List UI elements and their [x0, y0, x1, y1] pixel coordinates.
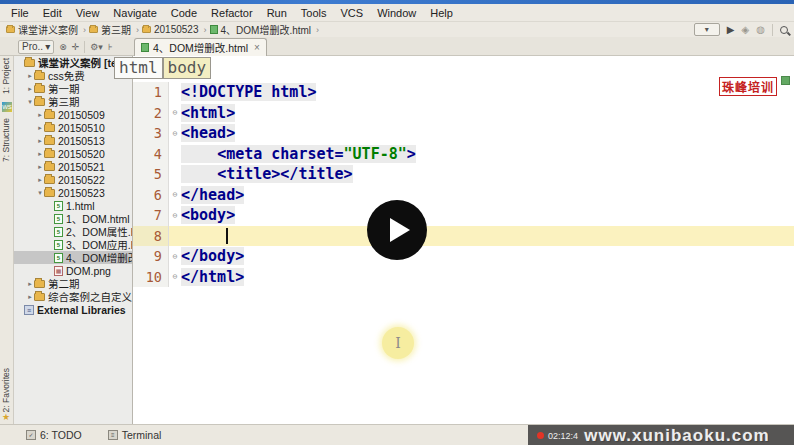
- code-line[interactable]: 2⊖<html>: [133, 103, 794, 124]
- code-line[interactable]: 6⊖</head>: [133, 185, 794, 206]
- code-token: "UTF-8": [344, 145, 407, 163]
- collapse-all-icon[interactable]: ⊗: [59, 42, 67, 52]
- line-number: 1: [133, 82, 169, 103]
- sidebar-item-project[interactable]: 1: Project: [1, 58, 11, 94]
- tree-row[interactable]: ▸20150509: [14, 108, 132, 121]
- todo-toolwindow-button[interactable]: ✓ 6: TODO: [26, 429, 82, 441]
- breadcrumb-item[interactable]: 20150523: [142, 24, 199, 35]
- webstorm-logo: WS: [2, 102, 12, 112]
- code-line[interactable]: 1<!DOCTYPE html>: [133, 82, 794, 103]
- tree-arrow-icon[interactable]: ▸: [26, 280, 34, 288]
- menu-item-file[interactable]: File: [4, 6, 36, 20]
- menu-item-help[interactable]: Help: [423, 6, 460, 20]
- folder-icon: [44, 189, 55, 197]
- tree-arrow-icon[interactable]: ▾: [36, 189, 44, 197]
- gear-icon[interactable]: ⚙▾: [90, 42, 103, 52]
- record-dot-icon: [537, 432, 544, 439]
- line-number: 6: [133, 185, 169, 206]
- fold-marker-icon[interactable]: ⊖: [169, 272, 181, 281]
- tree-row[interactable]: ▸20150510: [14, 121, 132, 134]
- menu-item-edit[interactable]: Edit: [36, 6, 69, 20]
- menu-item-refactor[interactable]: Refactor: [204, 6, 260, 20]
- toolbar-divider: [772, 24, 773, 36]
- menu-item-window[interactable]: Window: [370, 6, 423, 20]
- tree-row-label: 4、DOM增删改.: [66, 250, 133, 265]
- menu-item-code[interactable]: Code: [164, 6, 204, 20]
- editor-pane[interactable]: htmlbody 珠峰培训 1<!DOCTYPE html>2⊖<html>3⊖…: [133, 56, 794, 424]
- tree-row[interactable]: ▸20150520: [14, 147, 132, 160]
- text-caret: [226, 228, 228, 244]
- tag-path-item[interactable]: body: [163, 57, 212, 79]
- sidebar-item-favorites[interactable]: 2: Favorites: [1, 368, 11, 412]
- breadcrumb-item[interactable]: 4、DOM增删改.html: [210, 22, 312, 37]
- tree-arrow-icon[interactable]: ▸: [36, 176, 44, 184]
- tree-arrow-icon[interactable]: ▾: [26, 98, 34, 106]
- hide-panel-icon[interactable]: ⊦: [108, 42, 113, 52]
- line-number: 9: [133, 246, 169, 267]
- tree-arrow-icon[interactable]: ▸: [26, 72, 34, 80]
- breadcrumb-item[interactable]: 第三期: [89, 22, 131, 37]
- fold-marker-icon[interactable]: ⊖: [169, 211, 181, 220]
- folder-icon: [24, 59, 35, 67]
- menu-item-tools[interactable]: Tools: [294, 6, 334, 20]
- sidebar-item-structure[interactable]: 7: Structure: [1, 118, 11, 162]
- locate-file-icon[interactable]: ✛: [72, 42, 80, 52]
- terminal-toolwindow-button[interactable]: ≡ Terminal: [108, 429, 162, 441]
- tree-arrow-icon[interactable]: ▸: [36, 124, 44, 132]
- tree-row[interactable]: ▸20150522: [14, 173, 132, 186]
- tree-arrow-icon[interactable]: ▸: [36, 137, 44, 145]
- code-text: </html>: [181, 268, 244, 286]
- tab-dom-html[interactable]: 4、DOM增删改.html ×: [134, 38, 267, 56]
- search-icon[interactable]: [780, 26, 788, 34]
- tool-window-strip: 1: Project WS 7: Structure 2: Favorites …: [0, 56, 14, 424]
- code-line[interactable]: 9⊖</body>: [133, 246, 794, 267]
- code-line[interactable]: 5 <title></title>: [133, 164, 794, 185]
- fold-marker-icon[interactable]: ⊖: [169, 129, 181, 138]
- tree-row[interactable]: ▾第三期: [14, 95, 132, 108]
- tree-row[interactable]: ≡External Libraries: [14, 303, 132, 316]
- menu-bar: FileEditViewNavigateCodeRefactorRunTools…: [0, 4, 794, 22]
- toolbar-divider: [84, 41, 85, 53]
- close-icon[interactable]: ×: [254, 42, 260, 53]
- code-line[interactable]: 10⊖</html>: [133, 267, 794, 288]
- tree-arrow-icon[interactable]: ▸: [36, 111, 44, 119]
- menu-item-run[interactable]: Run: [260, 6, 294, 20]
- recording-cursor-highlight: I: [382, 327, 414, 359]
- debug-icon[interactable]: ◈: [742, 25, 750, 35]
- code-line[interactable]: 3⊖<head>: [133, 123, 794, 144]
- tree-row[interactable]: ▸20150521: [14, 160, 132, 173]
- code-line[interactable]: 7⊖<body>: [133, 205, 794, 226]
- coverage-icon[interactable]: ◍: [756, 25, 765, 35]
- menu-item-view[interactable]: View: [69, 6, 107, 20]
- fold-marker-icon[interactable]: ⊖: [169, 108, 181, 117]
- folder-icon: [44, 111, 55, 119]
- code-line[interactable]: 8: [133, 226, 794, 247]
- tree-row[interactable]: ▸20150513: [14, 134, 132, 147]
- tree-arrow-icon[interactable]: ▸: [36, 150, 44, 158]
- line-number: 2: [133, 103, 169, 124]
- tag-path-item[interactable]: html: [114, 57, 163, 79]
- run-icon[interactable]: ▶: [727, 25, 735, 35]
- tree-row-label: 20150523: [58, 187, 105, 199]
- menu-item-vcs[interactable]: VCS: [334, 6, 371, 20]
- menu-item-navigate[interactable]: Navigate: [106, 6, 163, 20]
- tree-arrow-icon[interactable]: ▸: [26, 293, 34, 301]
- tree-row[interactable]: 54、DOM增删改.: [14, 251, 132, 264]
- tree-arrow-icon[interactable]: ▸: [26, 85, 34, 93]
- tree-arrow-icon[interactable]: ▸: [36, 163, 44, 171]
- run-config-dropdown[interactable]: ▾: [694, 23, 720, 36]
- tree-row[interactable]: ▸综合案例之自定义表格: [14, 290, 132, 303]
- code-text: <meta charset="UTF-8">: [181, 145, 416, 163]
- folder-icon: [44, 176, 55, 184]
- breadcrumb-item[interactable]: 课堂讲义案例: [6, 22, 78, 37]
- code-line[interactable]: 4 <meta charset="UTF-8">: [133, 144, 794, 165]
- tree-row-label: DOM.png: [66, 265, 111, 277]
- fold-marker-icon[interactable]: ⊖: [169, 252, 181, 261]
- tree-row-label: 20150520: [58, 148, 105, 160]
- code-token: >: [407, 145, 416, 163]
- tree-row[interactable]: ▾20150523: [14, 186, 132, 199]
- video-play-button[interactable]: [367, 200, 427, 260]
- fold-marker-icon[interactable]: ⊖: [169, 190, 181, 199]
- project-view-selector[interactable]: Pro..▾: [18, 40, 54, 54]
- code-area[interactable]: 1<!DOCTYPE html>2⊖<html>3⊖<head>4 <meta …: [133, 82, 794, 287]
